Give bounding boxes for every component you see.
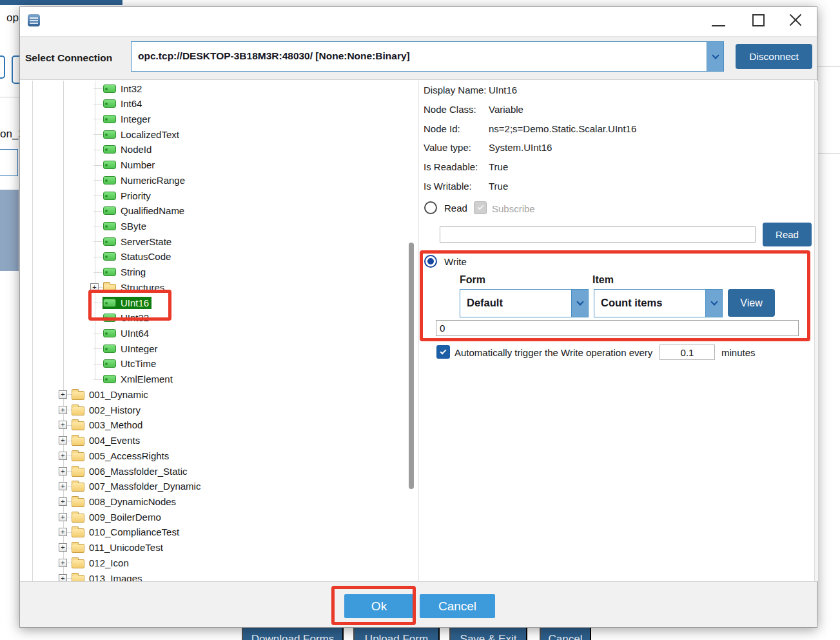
tree-node-Int32[interactable]: +Int32 xyxy=(90,81,144,96)
tree-expander-icon[interactable]: + xyxy=(59,543,67,552)
tag-icon xyxy=(103,314,116,322)
tree-node-005_AccessRights[interactable]: +005_AccessRights xyxy=(59,448,171,463)
tree-node-007_Massfolder_Dynamic[interactable]: +007_Massfolder_Dynamic xyxy=(59,479,203,494)
tree-expander-icon[interactable]: + xyxy=(59,513,67,521)
tree-node-String[interactable]: +String xyxy=(90,265,148,280)
tree-node-011_UnicodeTest[interactable]: +011_UnicodeTest xyxy=(59,540,166,555)
tree-node-UInt32[interactable]: +UInt32 xyxy=(90,310,151,326)
subscribe-checkbox[interactable] xyxy=(474,201,487,214)
tree-node-NodeId[interactable]: +NodeId xyxy=(90,142,154,157)
tree-expander-icon[interactable]: + xyxy=(59,497,67,506)
auto-write-interval-input[interactable] xyxy=(659,345,715,360)
tree-expander-icon[interactable]: + xyxy=(59,467,67,475)
tree-node-StatusCode[interactable]: +StatusCode xyxy=(90,249,173,265)
chevron-down-icon[interactable] xyxy=(571,290,588,317)
ok-button[interactable]: Ok xyxy=(344,594,414,618)
tree-node-006_Massfolder_Static[interactable]: +006_Massfolder_Static xyxy=(59,463,190,479)
tree-expander-icon[interactable]: + xyxy=(59,390,67,399)
write-radio[interactable] xyxy=(424,255,437,268)
tree-node-NumericRange[interactable]: +NumericRange xyxy=(90,172,188,188)
item-label: Item xyxy=(592,274,614,286)
tree-node-label: UtcTime xyxy=(121,358,156,369)
tree-expander-icon[interactable]: + xyxy=(59,436,67,445)
disconnect-button[interactable]: Disconnect xyxy=(736,44,812,69)
tree-expander-icon[interactable]: + xyxy=(59,574,67,581)
background-partial-title: op xyxy=(6,12,19,25)
item-combobox[interactable]: Count items xyxy=(594,289,723,317)
tree-node-SByte[interactable]: +SByte xyxy=(90,218,149,234)
tag-icon xyxy=(103,161,116,169)
tree-node-XmlElement[interactable]: +XmlElement xyxy=(90,372,175,387)
write-value-input[interactable] xyxy=(436,320,799,336)
tree-node-Priority[interactable]: +Priority xyxy=(90,188,153,203)
tree-node-001_Dynamic[interactable]: +001_Dynamic xyxy=(59,386,151,402)
tree-expander-icon[interactable]: + xyxy=(59,406,67,414)
tree-node-label: 002_History xyxy=(89,405,141,415)
connection-endpoint-combobox[interactable]: opc.tcp://DESKTOP-3B18M3R:48030/ [None:N… xyxy=(131,41,724,72)
tree-node-UInt16[interactable]: +UInt16 xyxy=(90,295,151,310)
tree-node-content: UInt32 xyxy=(103,312,151,324)
tree-node-label: NodeId xyxy=(121,144,151,155)
tree-node-UInt64[interactable]: +UInt64 xyxy=(90,326,151,341)
folder-icon xyxy=(103,284,116,293)
tree-expander-icon[interactable]: + xyxy=(59,452,67,460)
tree-node-010_ComplianceTest[interactable]: +010_ComplianceTest xyxy=(59,525,182,540)
chevron-down-icon[interactable] xyxy=(705,290,722,317)
tree-node-002_History[interactable]: +002_History xyxy=(59,402,143,417)
background-window-titlebar xyxy=(0,0,122,5)
tree-node-012_Icon[interactable]: +012_Icon xyxy=(59,555,132,570)
tree-node-content: 001_Dynamic xyxy=(71,388,151,401)
tree-expander-icon[interactable]: + xyxy=(59,559,67,567)
tree-node-Integer[interactable]: +Integer xyxy=(90,111,153,126)
tree-node-QualifiedName[interactable]: +QualifiedName xyxy=(90,203,187,219)
tree-node-ServerState[interactable]: +ServerState xyxy=(90,234,174,249)
background-divider xyxy=(817,66,840,67)
tree-node-UtcTime[interactable]: +UtcTime xyxy=(90,356,159,372)
tree-node-content: String xyxy=(103,266,148,278)
tree-node-label: Priority xyxy=(121,190,151,201)
tree-node-label: 013_Images xyxy=(89,573,142,581)
tag-icon xyxy=(103,268,116,276)
read-button[interactable]: Read xyxy=(763,223,812,246)
tree-node-Number[interactable]: +Number xyxy=(90,157,157,173)
tree-guide-line xyxy=(32,81,33,581)
auto-write-checkbox[interactable] xyxy=(436,345,450,359)
tree-expander-icon[interactable]: + xyxy=(59,528,67,536)
tree-node-Int64[interactable]: +Int64 xyxy=(90,96,144,112)
view-button[interactable]: View xyxy=(728,289,775,317)
auto-write-unit-label: minutes xyxy=(721,347,756,358)
maximize-button[interactable] xyxy=(752,14,765,26)
tree-node-content: Number xyxy=(103,159,157,171)
chevron-down-icon[interactable] xyxy=(707,42,723,71)
tree-node-UInteger[interactable]: +UInteger xyxy=(90,341,161,356)
read-radio[interactable] xyxy=(424,201,437,214)
tree-node-content: 013_Images xyxy=(71,572,145,581)
tree-node-label: 011_UnicodeTest xyxy=(89,542,163,553)
tree-node-004_Events[interactable]: +004_Events xyxy=(59,433,142,448)
tree-node-label: 009_BoilerDemo xyxy=(89,512,161,523)
close-button[interactable] xyxy=(788,12,803,28)
read-value-input[interactable] xyxy=(440,226,756,243)
tree-node-003_Method[interactable]: +003_Method xyxy=(59,417,145,433)
tree-expander-icon[interactable]: + xyxy=(59,482,67,490)
tree-node-Structures[interactable]: +Structures xyxy=(90,279,167,295)
panel-divider xyxy=(418,81,419,581)
tree-node-LocalizedText[interactable]: +LocalizedText xyxy=(90,126,182,142)
minimize-button[interactable] xyxy=(712,25,725,26)
folder-icon xyxy=(72,437,84,446)
tag-icon xyxy=(103,345,116,353)
tree-node-content: Integer xyxy=(103,113,153,125)
tag-icon xyxy=(103,130,116,139)
form-combobox[interactable]: Default xyxy=(460,289,589,317)
tree-expander-icon[interactable]: + xyxy=(59,421,67,429)
tree-node-009_BoilerDemo[interactable]: +009_BoilerDemo xyxy=(59,509,164,525)
folder-icon xyxy=(72,528,84,537)
tag-icon xyxy=(103,206,116,215)
tree-node-008_DynamicNodes[interactable]: +008_DynamicNodes xyxy=(59,494,179,509)
tag-icon xyxy=(103,237,116,246)
tree-node-013_Images[interactable]: +013_Images xyxy=(59,570,145,581)
folder-icon xyxy=(72,391,84,400)
tree-scrollbar-thumb[interactable] xyxy=(409,243,414,489)
cancel-button[interactable]: Cancel xyxy=(420,594,495,618)
tree-expander-icon[interactable]: + xyxy=(90,283,99,292)
